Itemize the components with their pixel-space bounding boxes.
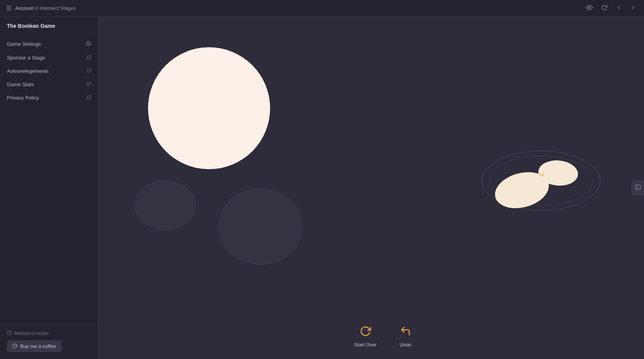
back-button[interactable]: [614, 3, 623, 14]
eye-button[interactable]: [584, 3, 594, 14]
svg-rect-15: [636, 185, 640, 189]
oval-svg: +1: [476, 139, 606, 215]
eye-icon: [586, 4, 593, 13]
privacy-ext-icon: [87, 95, 91, 101]
breadcrumb-separator: in: [33, 5, 40, 11]
breadcrumb-context: Intersect Stages: [40, 5, 76, 11]
menu-icon[interactable]: ☰: [6, 5, 11, 12]
back-icon: [616, 5, 622, 12]
forward-icon: [630, 5, 636, 12]
method-label: Method of Action: [14, 331, 48, 336]
svg-point-1: [88, 43, 89, 44]
forward-button[interactable]: [629, 3, 638, 14]
sponsor-stage-label: Sponsor a Stage: [7, 55, 45, 61]
game-canvas[interactable]: +1 Start Over: [98, 17, 644, 359]
game-settings-label: Game Settings: [7, 41, 41, 47]
sidebar-nav: Game Settings Sponsor a Stage: [0, 34, 98, 324]
refresh-icon: [601, 5, 607, 12]
oval-cluster: +1: [476, 139, 606, 215]
side-panel-icon: [635, 185, 641, 191]
coffee-icon: [12, 343, 18, 349]
stats-ext-icon: [87, 82, 91, 87]
sidebar: The Boolean Game Game Settings Sponsor a…: [0, 17, 98, 359]
sidebar-item-sponsor-stage[interactable]: Sponsor a Stage: [0, 51, 98, 64]
breadcrumb: Account in Intersect Stages: [15, 5, 76, 11]
topbar-left: ☰ Account in Intersect Stages: [6, 5, 76, 12]
main-circle: [148, 47, 270, 169]
method-icon: [7, 330, 12, 337]
topbar: ☰ Account in Intersect Stages: [0, 0, 644, 17]
sidebar-item-acknowledgements[interactable]: Acknowlegements: [0, 64, 98, 78]
refresh-button[interactable]: [600, 3, 609, 14]
svg-line-4: [89, 82, 91, 85]
main-layout: The Boolean Game Game Settings Sponsor a…: [0, 17, 644, 359]
sidebar-bottom: Method of Action Buy me a coffee: [0, 324, 98, 359]
svg-line-3: [89, 69, 91, 71]
shadow-circle-right: [219, 188, 303, 264]
game-stats-label: Game Stats: [7, 82, 34, 87]
undo-label: Undo: [399, 342, 411, 348]
undo-icon: [400, 325, 411, 340]
sidebar-item-game-settings[interactable]: Game Settings: [0, 37, 98, 51]
sidebar-item-privacy-policy[interactable]: Privacy Policy: [0, 91, 98, 104]
svg-point-0: [589, 6, 591, 8]
acknowledgements-label: Acknowlegements: [7, 68, 49, 74]
svg-text:+1: +1: [539, 172, 544, 177]
svg-line-2: [89, 56, 91, 58]
privacy-policy-label: Privacy Policy: [7, 95, 39, 101]
ack-ext-icon: [87, 68, 91, 74]
shadow-circle-left: [135, 181, 196, 230]
start-over-label: Start Over: [354, 342, 377, 348]
bottom-controls: Start Over Undo: [354, 325, 411, 348]
topbar-right: [584, 3, 638, 14]
breadcrumb-account: Account: [15, 5, 33, 11]
settings-icon: [86, 41, 91, 47]
side-floating-button[interactable]: [632, 180, 644, 196]
svg-line-5: [89, 96, 91, 98]
sponsor-ext-icon: [87, 55, 91, 61]
start-over-button[interactable]: Start Over: [354, 325, 377, 348]
undo-button[interactable]: Undo: [399, 325, 411, 348]
method-of-action: Method of Action: [7, 330, 91, 337]
sidebar-item-game-stats[interactable]: Game Stats: [0, 78, 98, 91]
start-over-icon: [360, 325, 371, 340]
buy-coffee-label: Buy me a coffee: [20, 343, 56, 349]
sidebar-title: The Boolean Game: [0, 17, 98, 34]
buy-coffee-button[interactable]: Buy me a coffee: [7, 340, 61, 352]
